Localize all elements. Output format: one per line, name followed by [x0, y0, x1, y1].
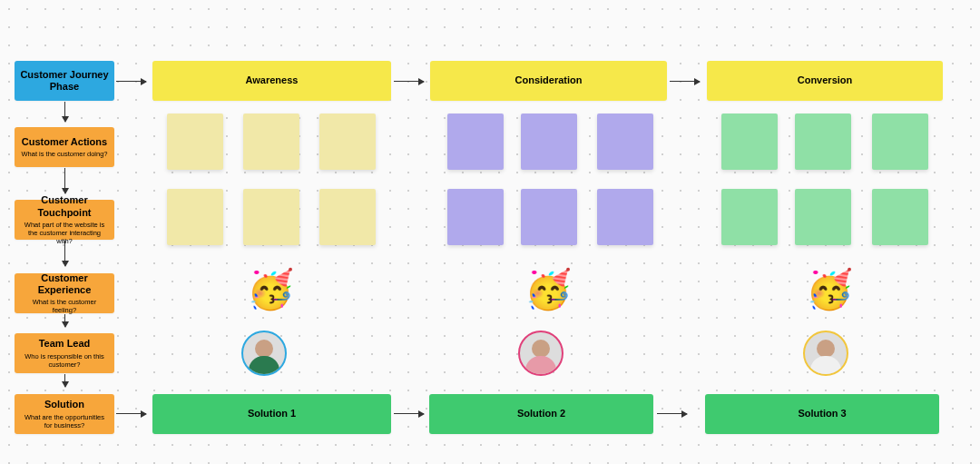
solution-label: Solution 3: [798, 408, 846, 420]
sticky-note[interactable]: [721, 114, 778, 170]
row-customer-actions[interactable]: Customer Actions What is the customer do…: [15, 127, 114, 167]
arrow-icon: [394, 413, 424, 414]
phase-label: Awareness: [246, 74, 299, 86]
row-sub: Who is responsible on this customer?: [20, 352, 109, 369]
row-sub: What are the opportunities for business?: [20, 413, 109, 429]
sticky-note[interactable]: [872, 114, 928, 170]
phase-label: Consideration: [515, 74, 583, 86]
phase-label: Conversion: [798, 74, 853, 86]
avatar-head: [532, 340, 550, 358]
avatar-head: [255, 340, 273, 358]
arrow-icon: [116, 413, 146, 414]
avatar-body: [525, 356, 556, 376]
arrow-icon: [657, 413, 687, 414]
sticky-note[interactable]: [521, 189, 577, 245]
solution-card[interactable]: Solution 2: [429, 394, 653, 434]
row-title: Customer Experience: [20, 272, 109, 296]
solution-card[interactable]: Solution 3: [705, 394, 939, 434]
avatar[interactable]: [241, 331, 287, 376]
sticky-note[interactable]: [319, 189, 376, 245]
party-face-icon: 🥳: [524, 271, 572, 309]
sticky-note[interactable]: [597, 114, 653, 170]
arrow-down-icon: [64, 102, 65, 122]
phase-conversion[interactable]: Conversion: [707, 61, 943, 101]
row-solution[interactable]: Solution What are the opportunities for …: [15, 394, 114, 434]
arrow-down-icon: [64, 168, 65, 193]
arrow-down-icon: [64, 374, 65, 387]
avatar[interactable]: [518, 331, 564, 376]
sticky-note[interactable]: [319, 114, 376, 170]
solution-card[interactable]: Solution 1: [152, 394, 391, 434]
journey-phase-header[interactable]: Customer Journey Phase: [15, 61, 114, 101]
row-title: Customer Actions: [22, 136, 107, 148]
row-customer-experience[interactable]: Customer Experience What is the customer…: [15, 273, 114, 313]
sticky-note[interactable]: [795, 189, 851, 245]
solution-label: Solution 1: [248, 408, 296, 420]
solution-label: Solution 2: [517, 408, 565, 420]
party-face-icon: 🥳: [806, 271, 853, 309]
arrow-icon: [116, 81, 146, 82]
sticky-note[interactable]: [243, 114, 299, 170]
sticky-note[interactable]: [167, 189, 223, 245]
avatar-head: [817, 340, 835, 358]
sticky-note[interactable]: [447, 189, 504, 245]
sticky-note[interactable]: [521, 114, 577, 170]
journey-phase-title: Customer Journey Phase: [20, 69, 109, 93]
row-customer-touchpoint[interactable]: Customer Touchpoint What part of the web…: [15, 200, 114, 240]
sticky-note[interactable]: [167, 114, 223, 170]
avatar-body: [810, 356, 841, 376]
arrow-icon: [670, 81, 700, 82]
avatar-body: [249, 356, 279, 376]
avatar[interactable]: [803, 331, 848, 376]
phase-awareness[interactable]: Awareness: [152, 61, 391, 101]
row-title: Solution: [44, 399, 84, 410]
arrow-down-icon: [64, 314, 65, 327]
party-face-icon: 🥳: [247, 271, 294, 309]
sticky-note[interactable]: [872, 189, 928, 245]
row-title: Team Lead: [39, 338, 91, 350]
sticky-note[interactable]: [243, 189, 299, 245]
sticky-note[interactable]: [795, 114, 851, 170]
arrow-icon: [394, 81, 424, 82]
arrow-down-icon: [64, 241, 65, 266]
row-team-lead[interactable]: Team Lead Who is responsible on this cus…: [15, 333, 114, 373]
row-sub: What is the customer feeling?: [20, 298, 109, 314]
sticky-note[interactable]: [597, 189, 653, 245]
row-sub: What is the customer doing?: [21, 150, 107, 158]
phase-consideration[interactable]: Consideration: [430, 61, 667, 101]
sticky-note[interactable]: [721, 189, 778, 245]
row-title: Customer Touchpoint: [20, 194, 109, 218]
sticky-note[interactable]: [447, 114, 504, 170]
